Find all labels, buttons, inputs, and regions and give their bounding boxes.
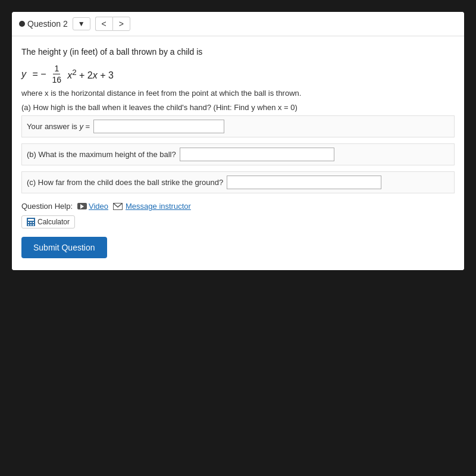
equation-equals: = − (30, 69, 46, 80)
calculator-label: Calculator (37, 218, 70, 226)
svg-rect-1 (28, 219, 34, 221)
equation-fraction: 1 16 (51, 63, 63, 85)
where-text: where x is the horizontal distance in fe… (21, 87, 455, 99)
part-a-label: (a) How high is the ball when it leaves … (21, 102, 455, 114)
submit-button[interactable]: Submit Question (21, 237, 107, 258)
video-label: Video (89, 202, 108, 211)
video-icon (77, 203, 87, 209)
calc-icon (27, 218, 35, 226)
svg-rect-3 (30, 222, 32, 223)
part-c-input[interactable] (227, 176, 381, 189)
part-b-row: (b) What is the maximum height of the ba… (21, 143, 455, 165)
part-a-input[interactable] (93, 120, 224, 133)
screen: Question 2 ▼ < > The height y (in feet) … (12, 12, 464, 270)
content-area: The height y (in feet) of a ball thrown … (12, 36, 464, 270)
calculator-button[interactable]: Calculator (21, 215, 75, 228)
question-selector: Question 2 (19, 19, 68, 29)
part-b-label: (b) What is the maximum height of the ba… (27, 150, 176, 159)
equation-y: y (21, 69, 26, 80)
part-c-label: (c) How far from the child does the ball… (27, 178, 223, 187)
top-bar: Question 2 ▼ < > (12, 12, 464, 36)
svg-rect-2 (28, 222, 29, 223)
problem-intro: The height y (in feet) of a ball thrown … (21, 46, 455, 58)
svg-rect-5 (28, 224, 29, 226)
part-c-row: (c) How far from the child does the ball… (21, 171, 455, 193)
video-link[interactable]: Video (77, 202, 108, 211)
question-label: Question 2 (27, 19, 68, 29)
nav-forward-button[interactable]: > (112, 17, 130, 31)
fraction-denominator: 16 (51, 74, 63, 85)
message-instructor-link[interactable]: Message instructor (113, 202, 191, 211)
help-label: Question Help: (21, 202, 73, 211)
mail-icon (113, 203, 123, 210)
part-b-input[interactable] (180, 148, 334, 161)
question-dot (19, 21, 25, 27)
nav-group: < > (95, 17, 130, 31)
nav-back-button[interactable]: < (95, 17, 112, 31)
calculator-section: Calculator (21, 215, 455, 228)
part-a-prefix: Your answer is y = (27, 122, 90, 131)
equation-rest: x2 + 2x + 3 (67, 68, 114, 81)
svg-rect-4 (33, 222, 34, 223)
svg-rect-7 (33, 224, 34, 226)
equation-display: y = − 1 16 x2 + 2x + 3 (21, 63, 455, 85)
question-dropdown[interactable]: ▼ (73, 17, 90, 30)
help-section: Question Help: Video Message instructor (21, 202, 455, 211)
svg-rect-6 (30, 224, 32, 226)
message-label: Message instructor (126, 202, 191, 211)
part-a-answer-row: Your answer is y = (21, 115, 455, 137)
fraction-numerator: 1 (53, 63, 60, 74)
